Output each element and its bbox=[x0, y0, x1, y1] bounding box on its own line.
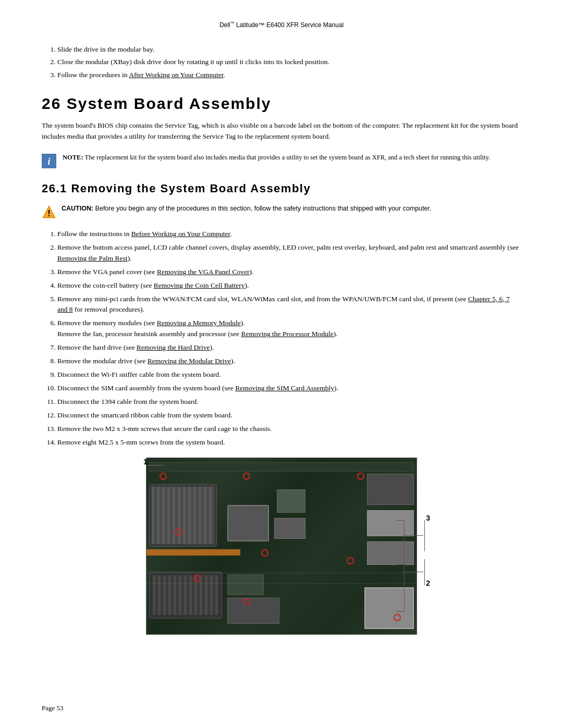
svg-text:!: ! bbox=[47, 209, 50, 218]
note-svg-icon: i bbox=[42, 154, 56, 168]
screw-hole-7 bbox=[347, 557, 354, 564]
removing-hdd-link[interactable]: Removing the Hard Drive bbox=[137, 343, 210, 351]
screw-hole-8 bbox=[243, 598, 250, 606]
step-7: Remove the hard drive (see Removing the … bbox=[57, 342, 521, 353]
chapter-title: 26 System Board Assembly bbox=[42, 95, 521, 113]
note-content: NOTE: The replacement kit for the system… bbox=[63, 153, 490, 163]
callout-label-1: 1 bbox=[143, 458, 148, 466]
callout-2-container bbox=[402, 559, 425, 585]
chapter-link[interactable]: Chapter 5, 6, 7 and 8 bbox=[57, 295, 510, 314]
removing-memory-link[interactable]: Removing a Memory Module bbox=[157, 319, 241, 327]
screw-hole-5 bbox=[193, 575, 201, 582]
step-5: Remove any mini-pci cards from the WWAN/… bbox=[57, 294, 521, 316]
page-header: Dell™ Latitude™ E6400 XFR Service Manual bbox=[42, 21, 521, 29]
step-6: Remove the memory modules (see Removing … bbox=[57, 318, 521, 340]
step-13: Remove the two M2 x 3-mm screws that sec… bbox=[57, 424, 521, 435]
note-icon: i bbox=[42, 154, 56, 168]
removing-battery-link[interactable]: Removing the Coin Cell Battery bbox=[154, 281, 245, 289]
step-10: Disconnect the SIM card assembly from th… bbox=[57, 383, 521, 394]
page-number: Page 53 bbox=[42, 704, 64, 712]
caution-box: ! CAUTION: Before you begin any of the p… bbox=[42, 204, 521, 219]
caution-icon: ! bbox=[42, 205, 56, 219]
trademark: ™ bbox=[230, 21, 235, 26]
callout-bracket-bottom bbox=[397, 611, 405, 612]
section-title: 26.1 Removing the System Board Assembly bbox=[42, 182, 521, 195]
after-working-link[interactable]: After Working on Your Computer bbox=[129, 71, 223, 79]
header-text: Dell™ Latitude™ E6400 XFR Service Manual bbox=[219, 21, 344, 29]
step-11: Disconnect the 1394 cable from the syste… bbox=[57, 397, 521, 408]
step-9: Disconnect the Wi-Fi sniffer cable from … bbox=[57, 369, 521, 380]
removing-vga-link[interactable]: Removing the VGA Panel Cover bbox=[157, 268, 249, 276]
step-2: Remove the bottom access panel, LCD cabl… bbox=[57, 242, 521, 264]
intro-step-3: Follow the procedures in After Working o… bbox=[57, 70, 521, 80]
callout-label-3: 3 bbox=[426, 514, 430, 522]
image-section: 1 bbox=[42, 458, 521, 635]
caution-content: CAUTION: Before you begin any of the pro… bbox=[62, 204, 431, 214]
removing-modular-link[interactable]: Removing the Modular Drive bbox=[148, 357, 231, 365]
step-3: Remove the VGA panel cover (see Removing… bbox=[57, 267, 521, 278]
motherboard-image bbox=[146, 458, 417, 635]
caution-text-content: Before you begin any of the procedures i… bbox=[95, 205, 432, 212]
callout-bracket-top bbox=[397, 520, 405, 521]
intro-list: Slide the drive in the modular bay. Clos… bbox=[57, 44, 521, 80]
screw-hole-3 bbox=[357, 473, 364, 480]
callout-bracket-mid bbox=[397, 564, 405, 565]
page-footer: Page 53 bbox=[42, 704, 64, 712]
callout-3-container bbox=[402, 520, 425, 551]
step-4: Remove the coin-cell battery (see Removi… bbox=[57, 280, 521, 291]
intro-step-2: Close the modular (XBay) disk drive door… bbox=[57, 57, 521, 67]
caution-label: CAUTION: bbox=[62, 205, 93, 212]
removing-palm-rest-link[interactable]: Removing the Palm Rest bbox=[57, 254, 128, 262]
steps-list: Follow the instructions in Before Workin… bbox=[57, 229, 521, 448]
step-1: Follow the instructions in Before Workin… bbox=[57, 229, 521, 240]
removing-processor-link[interactable]: Removing the Processor Module bbox=[241, 330, 333, 338]
callout-line-1 bbox=[148, 465, 163, 466]
step-8: Remove the modular drive (see Removing t… bbox=[57, 356, 521, 367]
screw-hole-9 bbox=[394, 614, 401, 621]
screw-hole-1 bbox=[160, 473, 167, 480]
removing-sim-link[interactable]: Removing the SIM Card Assembly bbox=[235, 384, 334, 392]
note-label: NOTE: bbox=[63, 154, 83, 161]
screw-hole-6 bbox=[261, 549, 268, 557]
intro-step-1: Slide the drive in the modular bay. bbox=[57, 44, 521, 55]
note-box: i NOTE: The replacement kit for the syst… bbox=[42, 151, 521, 170]
step-14: Remove eight M2.5 x 5-mm screws from the… bbox=[57, 437, 521, 448]
screw-hole-4 bbox=[175, 528, 182, 536]
screw-hole-2 bbox=[243, 473, 250, 480]
callout-label-2: 2 bbox=[426, 579, 430, 587]
before-working-link[interactable]: Before Working on Your Computer bbox=[131, 230, 230, 238]
callout-bracket-vertical bbox=[404, 520, 405, 611]
svg-text:i: i bbox=[47, 156, 50, 167]
chapter-description: The system board's BIOS chip contains th… bbox=[42, 120, 521, 142]
step-12: Disconnect the smartcard ribbon cable fr… bbox=[57, 410, 521, 421]
